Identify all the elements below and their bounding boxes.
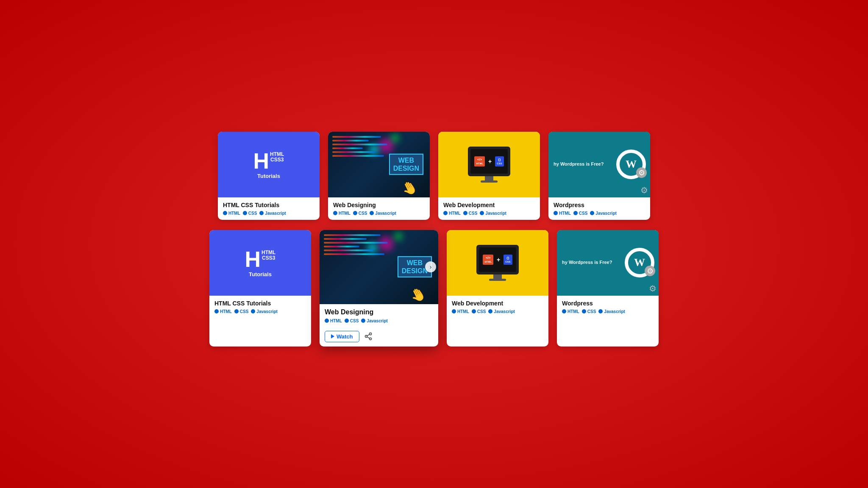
card-thumbnail: hy Wordpress is Free? W ⚙ ⚙ (548, 132, 650, 197)
code-line (332, 144, 387, 145)
code-line (332, 155, 384, 157)
code-line (332, 147, 363, 149)
wp-circle: W ⚙ (616, 150, 646, 179)
card-tags: HTML CSS Javascript (562, 309, 654, 314)
card-info: HTML CSS Tutorials HTML CSS Javascript (218, 197, 320, 220)
web-dev-bg: </>HTML + {}CSS (447, 230, 548, 296)
code-line (324, 234, 381, 236)
card-tags: HTML CSS Javascript (214, 309, 306, 314)
html-css-logo: H HTML CSS3 Tutorials (253, 150, 284, 179)
card-info: HTML CSS Tutorials HTML CSS Javascript (209, 296, 311, 318)
css-badge: {}CSS (504, 255, 512, 265)
code-line (332, 151, 375, 153)
card-row-2: H HTML CSS3 Tutorials HTML CSS Tutorials… (209, 230, 659, 347)
card-web-development-1[interactable]: </>HTML + {}CSS Web Development HTML CSS… (438, 132, 540, 220)
tag-html: HTML (443, 211, 461, 216)
tutorials-label: Tutorials (253, 173, 284, 179)
card-web-designing-1[interactable]: WEBDESIGN 🤚 Web Designing HTML CSS Javas… (328, 132, 430, 220)
share-button[interactable] (364, 332, 373, 341)
card-info: Web Designing HTML CSS Javascript (320, 304, 438, 327)
tag-html: HTML (333, 211, 351, 216)
tag-js: Javascript (488, 309, 515, 314)
tag-html: HTML (223, 211, 240, 216)
tag-js: Javascript (251, 309, 277, 314)
web-dev-bg: </>HTML + {}CSS (438, 132, 540, 197)
tag-css: CSS (573, 211, 588, 216)
tag-css: CSS (234, 309, 249, 314)
tag-css: CSS (472, 309, 486, 314)
card-thumbnail: H HTML CSS3 Tutorials (218, 132, 320, 197)
tag-css: CSS (345, 319, 359, 323)
wp-tagline: hy Wordpress is Free? (554, 161, 604, 167)
card-wordpress-1[interactable]: hy Wordpress is Free? W ⚙ ⚙ Wordpress HT… (548, 132, 650, 220)
code-line (324, 242, 388, 244)
card-html-css-tutorials-2[interactable]: H HTML CSS3 Tutorials HTML CSS Tutorials… (209, 230, 311, 347)
tag-css: CSS (463, 211, 478, 216)
card-thumbnail: H HTML CSS3 Tutorials (209, 230, 311, 296)
card-title: Web Designing (333, 202, 425, 208)
wp-logo-wrapper: W ⚙ (616, 150, 646, 179)
tag-js: Javascript (361, 319, 387, 323)
wp-bg: hy Wordpress is Free? W ⚙ ⚙ (557, 230, 659, 296)
web-design-bg: WEBDESIGN 🤚 › (320, 230, 438, 304)
code-line (332, 136, 381, 138)
monitor-icon: </>HTML + {}CSS (468, 147, 510, 183)
wp-logo-wrapper: W ⚙ (625, 248, 654, 277)
code-line (324, 253, 384, 255)
code-line (324, 238, 367, 240)
svg-line-3 (367, 337, 370, 338)
tag-html: HTML (554, 211, 571, 216)
wp-letter: W (626, 158, 637, 171)
plus-sign: + (488, 158, 492, 165)
card-thumbnail: hy Wordpress is Free? W ⚙ ⚙ (557, 230, 659, 296)
hand-icon: 🤚 (399, 177, 420, 197)
code-lines (332, 136, 393, 189)
card-tags: HTML CSS Javascript (333, 211, 425, 216)
card-html-css-tutorials-1[interactable]: H HTML CSS3 Tutorials HTML CSS Tutorials… (218, 132, 320, 220)
card-title: Web Development (452, 300, 543, 307)
wp-tagline: hy Wordpress is Free? (562, 259, 612, 266)
card-title: Wordpress (554, 202, 645, 208)
code-line (324, 246, 359, 247)
card-row-1: H HTML CSS3 Tutorials HTML CSS Tutorials… (218, 132, 650, 220)
next-arrow-button[interactable]: › (425, 261, 436, 272)
tag-css: CSS (353, 211, 367, 216)
card-tags: HTML CSS Javascript (452, 309, 543, 314)
card-tags: HTML CSS Javascript (223, 211, 314, 216)
gear-icon: ⚙ (645, 266, 655, 276)
tag-js: Javascript (370, 211, 396, 216)
tag-js: Javascript (259, 211, 286, 216)
watch-button[interactable]: Watch (325, 331, 359, 342)
card-thumbnail: </>HTML + {}CSS (438, 132, 540, 197)
card-title: Web Development (443, 202, 535, 208)
tag-js: Javascript (480, 211, 506, 216)
css-badge: {}CSS (495, 156, 504, 166)
card-thumbnail: </>HTML + {}CSS (447, 230, 548, 296)
tutorials-label: Tutorials (245, 271, 276, 277)
card-web-development-2[interactable]: </>HTML + {}CSS Web Development HTML CSS… (447, 230, 548, 347)
card-thumbnail: WEBDESIGN 🤚 (328, 132, 430, 197)
tag-js: Javascript (590, 211, 616, 216)
tag-html: HTML (562, 309, 579, 314)
tag-html: HTML (214, 309, 232, 314)
monitor-base (481, 180, 498, 183)
card-info: Web Development HTML CSS Javascript (438, 197, 540, 220)
code-line (324, 250, 374, 251)
card-tags: HTML CSS Javascript (443, 211, 535, 216)
card-info: Web Designing HTML CSS Javascript (328, 197, 430, 220)
monitor-stand (485, 176, 493, 180)
card-tags: HTML CSS Javascript (325, 319, 433, 323)
web-design-bg: WEBDESIGN 🤚 (328, 132, 430, 197)
card-web-designing-2-expanded[interactable]: WEBDESIGN 🤚 › Web Designing HTML CSS Jav… (320, 230, 438, 347)
plus-sign: + (497, 256, 500, 263)
hand-icon: 🤚 (407, 284, 428, 304)
card-wordpress-2[interactable]: hy Wordpress is Free? W ⚙ ⚙ Wordpress HT… (557, 230, 659, 347)
html-badge: </>HTML (483, 255, 493, 265)
tag-html: HTML (452, 309, 469, 314)
card-info: Wordpress HTML CSS Javascript (557, 296, 659, 318)
monitor-base (489, 279, 506, 281)
svg-line-4 (367, 334, 370, 336)
gear-icon-2: ⚙ (640, 185, 648, 195)
card-info: Web Development HTML CSS Javascript (447, 296, 548, 318)
html-badge: </>HTML (474, 156, 485, 166)
